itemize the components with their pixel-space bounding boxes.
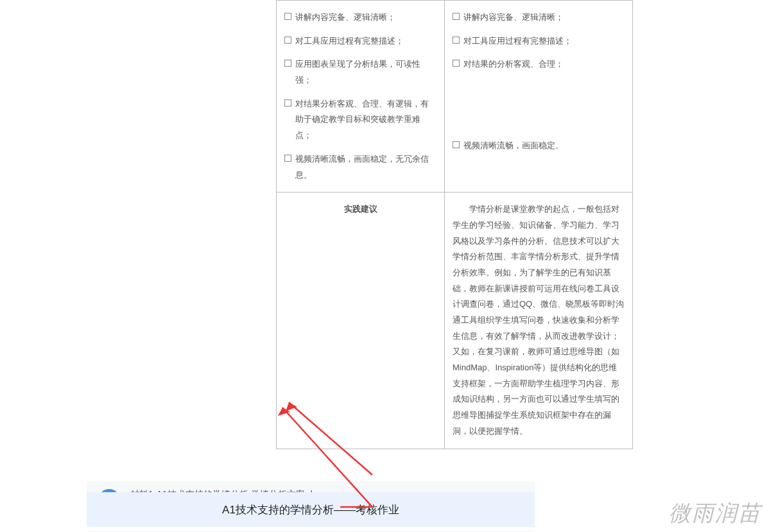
criteria-item: 对结果分析客观、合理、有逻辑，有助于确定教学目标和突破教学重难点； — [284, 96, 436, 144]
checkbox-icon — [453, 37, 460, 44]
criteria-item: 对工具应用过程有完整描述； — [453, 33, 625, 49]
criteria-text: 对结果分析客观、合理、有逻辑，有助于确定教学目标和突破教学重难点； — [295, 96, 436, 144]
criteria-text: 对结果的分析客观、合理； — [463, 56, 625, 73]
criteria-text: 对工具应用过程有完整描述； — [463, 33, 625, 49]
advice-row-label: 实践建议 — [277, 193, 445, 449]
criteria-col-good: 讲解内容完备、逻辑清晰； 对工具应用过程有完整描述； 对结果的分析客观、合理； … — [445, 1, 633, 193]
checkbox-icon — [453, 13, 460, 20]
checkbox-icon — [284, 13, 291, 20]
advice-text: 学情分析是课堂教学的起点，一般包括对学生的学习经验、知识储备、学习能力、学习风格… — [445, 193, 633, 449]
criteria-item: 讲解内容完备、逻辑清晰； — [284, 10, 436, 26]
criteria-col-excellent: 讲解内容完备、逻辑清晰； 对工具应用过程有完整描述； 应用图表呈现了分析结果，可… — [277, 1, 445, 193]
criteria-text: 视频清晰流畅，画面稳定。 — [463, 138, 625, 154]
criteria-item: 视频清晰流畅，画面稳定。 — [453, 138, 625, 154]
checkbox-icon — [284, 60, 291, 67]
checkbox-icon — [284, 155, 291, 162]
criteria-text: 讲解内容完备、逻辑清晰； — [295, 10, 436, 26]
checkbox-icon — [453, 141, 460, 148]
criteria-text: 对工具应用过程有完整描述； — [295, 33, 436, 49]
assignment-banner: A1技术支持的学情分析——考核作业 — [87, 492, 535, 527]
checkbox-icon — [284, 99, 291, 107]
criteria-item: 对结果的分析客观、合理； — [453, 56, 625, 73]
checkbox-icon — [284, 37, 291, 44]
criteria-text: 视频清晰流畅，画面稳定，无冗余信息。 — [295, 151, 436, 183]
criteria-item: 视频清晰流畅，画面稳定，无冗余信息。 — [284, 151, 436, 183]
criteria-item: 对工具应用过程有完整描述； — [284, 33, 436, 49]
criteria-text: 应用图表呈现了分析结果，可读性强； — [295, 56, 436, 88]
assignment-banner-title: A1技术支持的学情分析——考核作业 — [222, 502, 399, 517]
criteria-item: 讲解内容完备、逻辑清晰； — [453, 10, 625, 26]
checkbox-icon — [453, 60, 460, 67]
criteria-item: 应用图表呈现了分析结果，可读性强； — [284, 56, 436, 88]
criteria-text: 讲解内容完备、逻辑清晰； — [463, 10, 625, 26]
criteria-table: 讲解内容完备、逻辑清晰； 对工具应用过程有完整描述； 应用图表呈现了分析结果，可… — [276, 0, 633, 449]
